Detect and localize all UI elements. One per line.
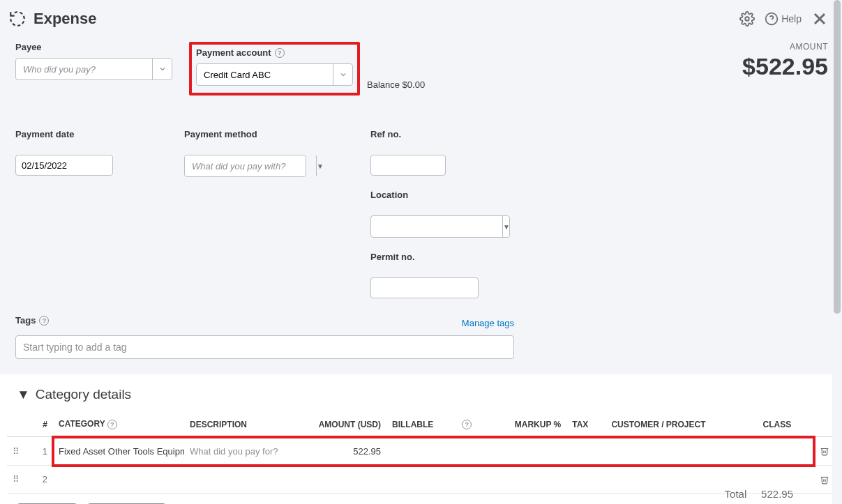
payment-account-input[interactable]	[197, 64, 333, 85]
table-row[interactable]: ⠿ 2	[7, 466, 835, 494]
help-icon[interactable]: ?	[275, 48, 285, 58]
total-display: Total 522.95	[725, 488, 814, 500]
tags-input[interactable]	[15, 335, 514, 359]
payment-account-label: Payment account ?	[196, 47, 353, 58]
scrollbar[interactable]	[832, 0, 842, 504]
payment-method-label: Payment method	[184, 129, 306, 139]
permit-no-input[interactable]	[370, 277, 479, 298]
tags-label: Tags ?	[15, 315, 49, 326]
location-label: Location	[370, 190, 510, 200]
svg-point-0	[745, 17, 749, 21]
chevron-down-icon[interactable]	[333, 64, 352, 85]
payment-account-highlight: Payment account ?	[189, 42, 360, 96]
caret-down-icon[interactable]: ▼	[502, 216, 510, 237]
help-icon[interactable]: ?	[39, 316, 49, 326]
payment-date-label: Payment date	[15, 129, 113, 139]
location-select[interactable]: ▼	[370, 215, 510, 238]
drag-handle-icon[interactable]: ⠿	[7, 437, 25, 466]
amount-value: $522.95	[742, 53, 828, 80]
triangle-down-icon: ▼	[17, 387, 30, 402]
chevron-down-icon[interactable]	[152, 59, 172, 79]
balance-display: Balance $0.00	[367, 79, 425, 90]
payee-select[interactable]	[15, 58, 172, 80]
payment-account-select[interactable]	[196, 63, 353, 86]
help-icon[interactable]: ?	[107, 420, 117, 429]
payment-date-input[interactable]	[15, 155, 113, 176]
location-input[interactable]	[371, 216, 502, 237]
payment-method-select[interactable]: ▼	[184, 155, 306, 177]
category-details-toggle[interactable]: ▼ Category details	[17, 387, 835, 402]
expense-return-icon	[8, 10, 27, 28]
help-icon[interactable]: ?	[462, 420, 472, 429]
ref-no-input[interactable]	[370, 155, 446, 176]
manage-tags-link[interactable]: Manage tags	[462, 318, 514, 328]
amount-label: AMOUNT	[742, 42, 828, 52]
drag-handle-icon[interactable]: ⠿	[7, 466, 25, 494]
page-title: Expense	[33, 10, 739, 28]
gear-icon[interactable]	[739, 11, 755, 26]
caret-down-icon[interactable]: ▼	[316, 155, 324, 176]
scrollbar-thumb[interactable]	[834, 0, 841, 314]
ref-no-label: Ref no.	[370, 129, 510, 139]
category-table: # CATEGORY ? DESCRIPTION AMOUNT (USD) BI…	[7, 412, 835, 494]
payment-method-input[interactable]	[185, 155, 316, 176]
close-icon[interactable]	[811, 10, 828, 27]
table-row[interactable]: ⠿ 1 Fixed Asset Other Tools Equipme What…	[7, 437, 835, 466]
permit-no-label: Permit no.	[370, 252, 510, 262]
help-button[interactable]: Help	[765, 12, 802, 26]
payee-input[interactable]	[16, 59, 152, 79]
payee-label: Payee	[15, 42, 172, 52]
